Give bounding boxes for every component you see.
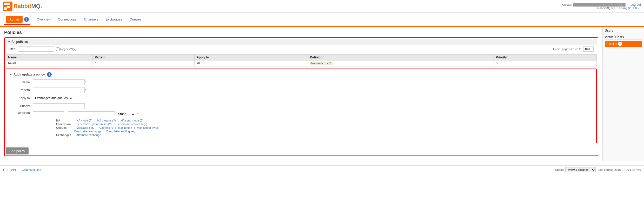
row-pattern: ^ [92, 60, 194, 66]
policies-table: Name Pattern Apply to Definition Priorit… [6, 54, 597, 66]
ha-hints: HA HA mode (?) | HA params (?) | HA sync… [56, 119, 158, 122]
collapse-arrow: ▼ [8, 40, 10, 43]
ha-sync-mode-link[interactable]: HA sync mode (?) [121, 119, 143, 122]
ha-mode-link[interactable]: HA mode (?) [76, 119, 92, 122]
add-policy-label: Add / update a policy [14, 73, 45, 76]
apply-to-select[interactable]: Exchanges and queues Exchanges Queues [33, 95, 73, 101]
apply-to-label: Apply to: [9, 96, 33, 100]
footer-right: Update every 5 seconds every 10 seconds … [555, 167, 641, 172]
pattern-label: Pattern: [9, 88, 33, 92]
sidebar-policies-badge: 2 [618, 42, 622, 46]
erlang-link[interactable]: Erlang R16B03-1 [619, 6, 641, 10]
pattern-row: Pattern: * [9, 87, 593, 93]
nav-channels[interactable]: Channels [80, 15, 102, 24]
svg-rect-2 [7, 3, 10, 5]
footer: HTTP API | Command Line Update every 5 s… [0, 165, 644, 174]
def-type-select[interactable]: String Number Boolean List [116, 111, 135, 117]
cluster-value: ██████████████████████████ [573, 3, 626, 6]
navigation: Admin 1 Overview Connections Channels Ex… [0, 13, 644, 27]
col-pattern: Pattern [92, 55, 194, 60]
nav-queues[interactable]: Queues [126, 15, 145, 24]
logo-mq: MQ [31, 3, 40, 10]
federation-label: Federation [56, 123, 74, 126]
max-length-bytes-link[interactable]: Max length bytes [137, 126, 158, 129]
col-name: Name [6, 55, 93, 60]
name-label: Name: [9, 80, 33, 84]
sidebar-users-title: Users [605, 29, 642, 33]
logout-button[interactable]: Log out [630, 3, 641, 6]
command-line-link[interactable]: Command Line [22, 168, 41, 171]
federation-upstream-link[interactable]: Federation upstream (?) [117, 123, 147, 126]
regex-checkbox-label[interactable]: Regex (?)(7) [56, 48, 76, 51]
name-row: Name: * [9, 79, 593, 85]
sidebar-policies-label: Policies [606, 42, 617, 46]
table-row[interactable]: ha-all ^ all ha-mode: all 0 [6, 60, 597, 66]
cluster-label: Cluster: [562, 3, 572, 6]
definition-label: Definition: [9, 111, 33, 115]
pattern-input[interactable] [33, 87, 85, 93]
dead-letter-exchange-link[interactable]: Dead letter exchange [74, 130, 102, 133]
http-api-link[interactable]: HTTP API [3, 168, 16, 171]
def-key-input[interactable] [33, 111, 64, 117]
form-collapse-arrow: ▼ [9, 73, 12, 76]
def-required: * [137, 113, 138, 116]
name-input[interactable] [33, 79, 85, 85]
definition-inputs: = String Number Boolean List * [33, 111, 158, 117]
def-val-input[interactable] [68, 111, 115, 117]
priority-label: Priority: [9, 104, 33, 108]
priority-row: Priority: [9, 103, 593, 109]
add-policy-button[interactable]: Add policy [6, 147, 29, 154]
dead-letter-routing-key-link[interactable]: Dead letter routing key [106, 130, 135, 133]
admin-nav-box: Admin 1 [4, 14, 30, 25]
pattern-required: * [85, 89, 86, 92]
sidebar-item-policies[interactable]: Policies 2 [605, 41, 642, 47]
max-length-link[interactable]: Max length [118, 126, 132, 129]
update-interval-select[interactable]: every 5 seconds every 10 seconds every 3… [565, 167, 596, 172]
add-policy-badge[interactable]: 3 [47, 72, 52, 77]
row-priority: 0 [494, 60, 596, 66]
row-name: ha-all [6, 60, 93, 66]
row-definition: ha-mode: all [308, 60, 494, 66]
hint-group: HA HA mode (?) | HA params (?) | HA sync… [56, 119, 158, 137]
col-definition: Definition [308, 55, 494, 60]
page-info: 1 item, page size up to [553, 46, 595, 52]
filter-input[interactable] [18, 46, 54, 52]
nav-exchanges[interactable]: Exchanges [102, 15, 126, 24]
priority-input[interactable] [33, 103, 85, 109]
all-policies-section: ▼ All policies Filter: Regex (?)(7) 1 it… [4, 37, 598, 156]
col-priority: Priority [494, 55, 596, 60]
auto-expire-link[interactable]: Auto expire [99, 126, 113, 129]
sidebar: Users Virtual Hosts Policies 2 [602, 27, 644, 161]
message-ttl-link[interactable]: Message TTL [76, 126, 94, 129]
header-info: Cluster: ██████████████████████████ Log … [562, 3, 641, 10]
sidebar-vhosts-title: Virtual Hosts [605, 35, 642, 40]
federation-upstream-set-link[interactable]: Federation upstream set (?) [76, 123, 112, 126]
exchanges-hints: Exchanges Alternate exchange [56, 133, 158, 137]
last-update: Last update: 2018-07-26 11:37:56 [598, 168, 641, 171]
all-policies-label: All policies [11, 40, 28, 44]
logo-dot: . [41, 3, 42, 10]
add-policy-header[interactable]: ▼ Add / update a policy 3 [9, 72, 593, 77]
row-apply-to: all [194, 60, 308, 66]
page-size-input[interactable] [583, 46, 594, 52]
def-equals: = [65, 112, 67, 116]
nav-connections[interactable]: Connections [54, 15, 80, 24]
name-required: * [85, 81, 86, 84]
definition-row: Definition: = String Number Boolean [9, 111, 593, 138]
ha-label: HA [56, 119, 74, 122]
all-policies-header[interactable]: ▼ All policies [6, 39, 597, 45]
queues-label: Queues [56, 126, 74, 129]
update-control: Update every 5 seconds every 10 seconds … [555, 167, 596, 172]
regex-checkbox[interactable] [56, 48, 59, 51]
ha-params-link[interactable]: HA params (?) [97, 119, 116, 122]
svg-rect-1 [4, 3, 7, 5]
add-policy-form: ▼ Add / update a policy 3 Name: * Patter… [6, 69, 597, 143]
nav-overview[interactable]: Overview [33, 15, 54, 24]
svg-rect-3 [7, 6, 10, 8]
alternate-exchange-link[interactable]: Alternate exchange [76, 133, 101, 137]
filter-row: Filter: Regex (?)(7) 1 item, page size u… [6, 45, 597, 53]
nav-admin[interactable]: Admin [6, 16, 23, 23]
admin-badge[interactable]: 1 [24, 17, 29, 22]
col-apply-to: Apply to [194, 55, 308, 60]
apply-to-row: Apply to: Exchanges and queues Exchanges… [9, 95, 593, 101]
